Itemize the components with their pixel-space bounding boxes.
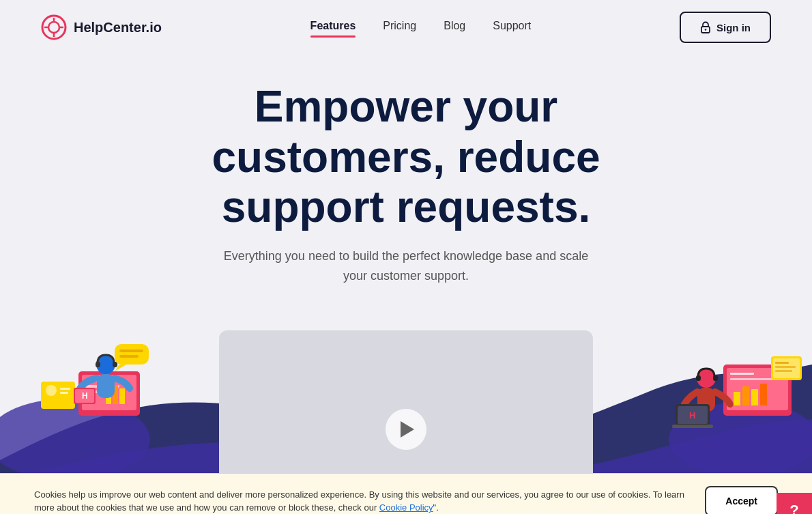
svg-rect-42 bbox=[775, 362, 789, 364]
svg-rect-47 bbox=[713, 375, 718, 381]
svg-rect-52 bbox=[672, 425, 713, 428]
svg-rect-19 bbox=[60, 388, 70, 390]
nav-link-support[interactable]: Support bbox=[493, 20, 531, 35]
svg-rect-44 bbox=[775, 370, 792, 372]
hero-subtitle: Everything you need to build the perfect… bbox=[222, 246, 590, 286]
play-button[interactable] bbox=[386, 409, 426, 450]
nav-link-blog[interactable]: Blog bbox=[444, 20, 465, 35]
nav-link-features[interactable]: Features bbox=[310, 20, 356, 35]
svg-text:H: H bbox=[82, 391, 88, 401]
svg-rect-16 bbox=[119, 388, 125, 404]
svg-rect-22 bbox=[96, 362, 100, 367]
svg-rect-38 bbox=[751, 389, 758, 405]
illustration-right: H bbox=[635, 310, 812, 474]
svg-point-7 bbox=[705, 29, 707, 31]
accept-button[interactable]: Accept bbox=[705, 486, 778, 514]
cookie-banner: Cookies help us improve our web content … bbox=[0, 473, 812, 514]
cookie-text: Cookies help us improve our web content … bbox=[34, 488, 691, 514]
svg-rect-36 bbox=[734, 392, 740, 405]
svg-rect-20 bbox=[60, 392, 68, 394]
navbar: HelpCenter.io Features Pricing Blog Supp… bbox=[0, 0, 812, 55]
svg-rect-34 bbox=[730, 373, 754, 375]
svg-rect-46 bbox=[696, 375, 701, 381]
cookie-policy-link[interactable]: Cookie Policy bbox=[379, 502, 433, 513]
logo-text: HelpCenter.io bbox=[74, 20, 162, 35]
svg-text:H: H bbox=[689, 410, 695, 420]
svg-rect-25 bbox=[115, 344, 149, 365]
logo-icon bbox=[41, 14, 67, 40]
revain-label: ? bbox=[789, 502, 798, 514]
svg-point-1 bbox=[48, 22, 59, 33]
svg-rect-17 bbox=[41, 382, 75, 409]
svg-rect-41 bbox=[773, 358, 800, 378]
svg-rect-23 bbox=[113, 362, 117, 367]
play-triangle-icon bbox=[401, 421, 414, 438]
sign-in-button[interactable]: Sign in bbox=[680, 12, 771, 43]
svg-rect-43 bbox=[775, 366, 796, 368]
illustration-left: H bbox=[0, 303, 191, 474]
nav-links: Features Pricing Blog Support bbox=[310, 20, 532, 35]
hero-section: Empower your customers, reduce support r… bbox=[0, 55, 812, 324]
hero-title: Empower your customers, reduce support r… bbox=[167, 82, 645, 233]
sign-in-label: Sign in bbox=[716, 22, 751, 33]
revain-widget[interactable]: ? bbox=[777, 493, 812, 514]
svg-rect-37 bbox=[742, 386, 749, 405]
svg-rect-27 bbox=[119, 355, 139, 358]
lock-icon bbox=[700, 21, 711, 33]
logo-area[interactable]: HelpCenter.io bbox=[41, 14, 162, 40]
svg-point-18 bbox=[46, 385, 57, 396]
svg-rect-39 bbox=[760, 384, 767, 405]
nav-link-pricing[interactable]: Pricing bbox=[383, 20, 416, 35]
svg-rect-26 bbox=[119, 349, 143, 352]
